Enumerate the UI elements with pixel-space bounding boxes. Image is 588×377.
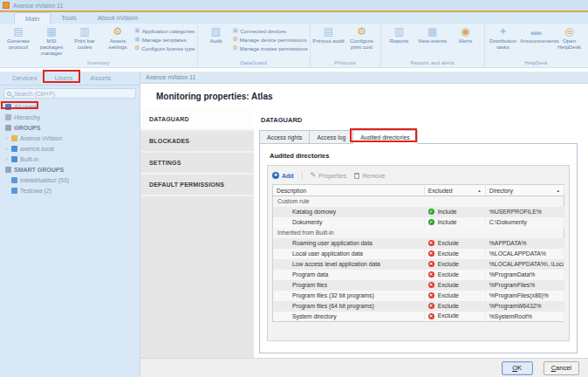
ribbon-button-application-categories[interactable]: ▣Application categories [134, 26, 195, 35]
sort-asc-icon: ▲ [557, 188, 560, 193]
exclude-icon: ✕ [428, 261, 434, 267]
ribbon-button-announcements[interactable]: ▬Announcements [520, 24, 553, 44]
table-row[interactable]: Local user application data✕Exclude%LOCA… [273, 249, 564, 259]
ribbon-button-printout-audit[interactable]: ▤Printout audit [312, 24, 345, 44]
dialog-nav-settings[interactable]: SETTINGS [140, 153, 254, 175]
tab-access-log[interactable]: Access log [309, 130, 353, 144]
sidebar-tab-assets[interactable]: Assets [81, 72, 120, 85]
table-row[interactable]: Low access level application data✕Exclud… [273, 259, 564, 270]
packages-icon: ▦ [46, 25, 56, 38]
protocol-icon: ▤ [13, 25, 23, 38]
ribbon-button-msi-packages-manager[interactable]: ▦MSI packages manager [35, 24, 68, 56]
ribbon-button-alerts[interactable]: ◉Alerts [449, 24, 482, 44]
ribbon-button-manage-templates[interactable]: ▣Manage templates [134, 35, 195, 44]
table-row[interactable]: Program files (32 bit programs)✕Exclude%… [273, 291, 564, 301]
tree-item-axence-local[interactable]: ›axence.local [0, 143, 140, 154]
tree-item-smart-groups[interactable]: SMART GROUPS [0, 164, 140, 175]
menu-tab-main[interactable]: Main [14, 12, 51, 24]
expander-icon: › [3, 135, 10, 141]
cell-directory: %LOCALAPPDATA%\..\LocalLow [485, 259, 564, 270]
include-icon: ✓ [428, 209, 434, 215]
grid-icon: ▣ [233, 27, 239, 34]
menu-tab-about-nvision[interactable]: About nVision [87, 12, 148, 24]
ribbon-group-inventory: ▤Generate protocol▦MSI packages manager▥… [0, 24, 198, 67]
sidebar: DevicesUsersAssets Search (Ctrl+P) All u… [0, 72, 140, 377]
properties-button[interactable]: ✎Properties [311, 172, 347, 179]
table-row[interactable]: Program data✕Exclude%ProgramData% [273, 270, 564, 280]
share-icon: ✦ [499, 25, 508, 38]
ribbon-button-configure-license-type[interactable]: ⚙Configure license type [134, 44, 195, 52]
ribbon-button-audit[interactable]: ▨Audit [200, 24, 233, 44]
cell-description: Low access level application data [273, 259, 425, 270]
search-input[interactable]: Search (Ctrl+P) [3, 88, 136, 99]
tree-item-testowa-2[interactable]: Testowa (2) [0, 185, 140, 195]
table-row[interactable]: Program files (64 bit programs)✕Exclude%… [273, 301, 564, 312]
remove-button[interactable]: Remove [354, 173, 385, 179]
ring-icon: ◎ [564, 25, 573, 38]
ribbon-button-generate-protocol[interactable]: ▤Generate protocol [2, 24, 35, 50]
dialog-nav-dataguard[interactable]: DATAGUARD [140, 109, 254, 131]
toolbar-separator [302, 172, 303, 180]
tree-item-axence-nvision[interactable]: ›Axence nVision [0, 133, 140, 143]
table-row[interactable]: System directory✕Exclude%SystemRoot% [273, 312, 564, 322]
pencil-icon: ✎ [311, 172, 317, 179]
ok-button[interactable]: OK [502, 361, 533, 375]
ribbon-button-reports[interactable]: ▥Reports [383, 24, 416, 44]
ribbon-button-connected-devices[interactable]: ▣Connected devices [233, 26, 308, 35]
tab-access-rights[interactable]: Access rights [259, 130, 310, 144]
dialog-title: Monitoring properties: Atlas [140, 84, 588, 109]
tree-item-hierarchy[interactable]: Hierarchy [0, 112, 140, 122]
ribbon-button-open-helpdesk[interactable]: ◎Open HelpDesk [553, 24, 586, 50]
ribbon-button-manage-device-permissions[interactable]: ⚙Manage device permissions [233, 35, 308, 44]
tree-item-built-in[interactable]: ›Built-in [0, 154, 140, 164]
ribbon-button-manage-trustee-permissions[interactable]: ⚙Manage trustee permissions [233, 44, 308, 52]
cell-description: Program files (32 bit programs) [273, 291, 425, 301]
exclude-icon: ✕ [428, 303, 434, 309]
cell-directory: %ProgramFiles(x86)% [485, 291, 564, 301]
column-header-excluded[interactable]: Excluded▲ [424, 185, 485, 196]
add-button[interactable]: +Add [272, 172, 294, 179]
search-placeholder: Search (Ctrl+P) [14, 91, 55, 97]
cell-directory: %LOCALAPPDATA% [485, 249, 564, 259]
ribbon-button-print-bar-codes[interactable]: ▥Print bar codes [68, 24, 101, 50]
domain-icon [11, 146, 17, 152]
group-label: Inherited from Built-in [273, 228, 564, 238]
tab-audited-directories[interactable]: Audited directories [352, 130, 417, 144]
column-header-directory[interactable]: Directory▲ [485, 185, 564, 196]
folder-yellow-icon [11, 135, 17, 141]
tree-item-groups[interactable]: GROUPS [0, 122, 140, 133]
table-row[interactable]: Roaming user application data✕Exclude%AP… [273, 238, 564, 249]
cell-description: Program data [273, 270, 425, 280]
sidebar-tab-devices[interactable]: Devices [3, 72, 45, 85]
cell-directory: %APPDATA% [485, 238, 564, 249]
smart-icon [11, 188, 17, 194]
ribbon-button-view-events[interactable]: ▦View events [416, 24, 449, 44]
cell-excluded: ✕Exclude [424, 280, 485, 291]
sidebar-tab-users[interactable]: Users [45, 72, 81, 85]
menu-tab-tools[interactable]: Tools [51, 12, 87, 24]
table-row[interactable]: Program files✕Exclude%ProgramFiles% [273, 280, 564, 291]
window-title: Axence nVision 11 [13, 3, 63, 9]
exclude-icon: ✕ [428, 250, 434, 257]
cell-directory: C:\Dokumenty [485, 217, 564, 228]
directories-toolbar: +Add✎PropertiesRemove [272, 169, 564, 182]
ribbon-button-configure-print-cost[interactable]: ⚙Configure print cost [345, 24, 379, 50]
bubble-icon: ▬ [531, 25, 542, 38]
ribbon-button-assets-settings[interactable]: ⚙Assets settings [101, 24, 134, 50]
cell-description: System directory [273, 312, 425, 322]
table-row[interactable]: Katalog domowy✓Include%USERPROFILE% [273, 207, 564, 217]
tree-item-intelektualisci-53[interactable]: intelektualisci (53) [0, 175, 140, 185]
gear-icon: ⚙ [357, 25, 366, 38]
table-row[interactable]: Dokumenty✓IncludeC:\Dokumenty [273, 217, 564, 228]
cell-description: Roaming user application data [273, 238, 425, 249]
dialog-nav-default-permissions[interactable]: DEFAULT PERMISSIONS [140, 175, 254, 196]
exclude-icon: ✕ [428, 282, 434, 288]
trash-icon [354, 173, 359, 179]
dialog-nav-blockades[interactable]: BLOCKADES [140, 131, 254, 153]
ribbon-button-distribution-tasks[interactable]: ✦Distribution tasks [487, 24, 520, 50]
group-label: Custom rule [273, 196, 564, 207]
gear-icon: ⚙ [233, 36, 238, 43]
column-header-description[interactable]: Description [273, 185, 425, 196]
cancel-button[interactable]: Cancel [544, 361, 579, 375]
tree-item-all-users[interactable]: All users [0, 101, 140, 112]
